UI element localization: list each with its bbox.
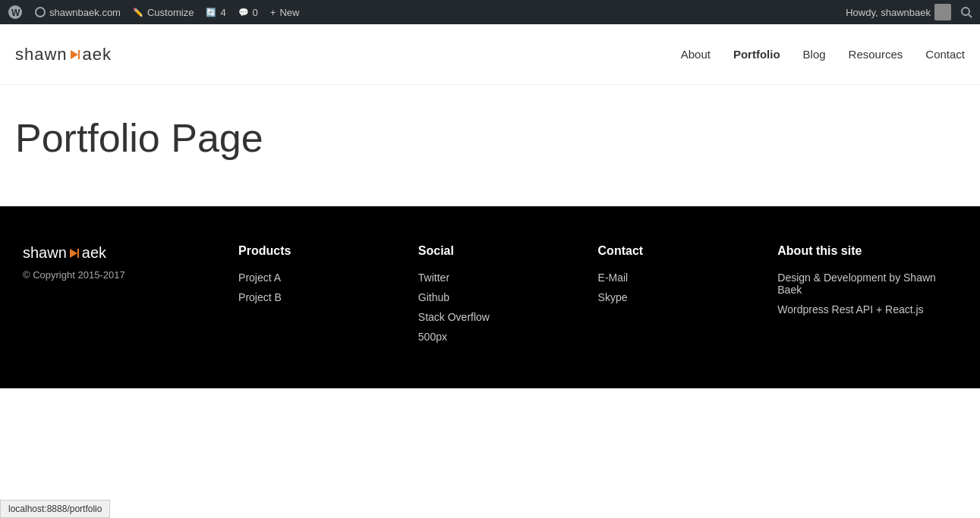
site-name[interactable]: shawnbaek.com bbox=[35, 7, 121, 18]
footer-social-title: Social bbox=[418, 244, 598, 258]
footer-social-github[interactable]: Github bbox=[418, 291, 598, 303]
svg-text:W: W bbox=[11, 8, 20, 18]
status-url: localhost:8888/portfolio bbox=[8, 504, 102, 514]
nav-portfolio[interactable]: Portfolio bbox=[733, 48, 780, 61]
footer-contact-col: Contact E-Mail Skype bbox=[598, 244, 778, 350]
footer-social-twitter[interactable]: Twitter bbox=[418, 272, 598, 284]
admin-bar-right: Howdy, shawnbaek bbox=[846, 4, 972, 20]
search-button[interactable] bbox=[960, 6, 972, 18]
footer-product-b[interactable]: Project B bbox=[238, 291, 418, 303]
page-content: Portfolio Page bbox=[0, 85, 980, 206]
svg-point-2 bbox=[962, 8, 969, 15]
footer-products-col: Products Project A Project B bbox=[238, 244, 418, 350]
nav-resources[interactable]: Resources bbox=[849, 48, 903, 61]
footer-about-title: About this site bbox=[777, 244, 957, 258]
footer-social-stackoverflow[interactable]: Stack Overflow bbox=[418, 311, 598, 323]
footer-contact-title: Contact bbox=[598, 244, 778, 258]
site-footer: shawn aek © Copyright 2015-2017 Products… bbox=[0, 206, 980, 388]
svg-rect-7 bbox=[77, 249, 79, 258]
customize-link[interactable]: ✏️ Customize bbox=[133, 7, 194, 18]
site-header: shawn aek About Portfolio Blog Resources… bbox=[0, 24, 980, 85]
footer-about-col: About this site Design & Development by … bbox=[777, 244, 957, 350]
logo-arrow-icon bbox=[68, 47, 83, 62]
nav-blog[interactable]: Blog bbox=[803, 48, 826, 61]
nav-contact[interactable]: Contact bbox=[925, 48, 965, 61]
revisions-link[interactable]: 🔄 4 bbox=[206, 7, 225, 18]
admin-bar: W shawnbaek.com ✏️ Customize 🔄 4 💬 0 + N… bbox=[0, 0, 980, 24]
howdy-label[interactable]: Howdy, shawnbaek bbox=[846, 4, 951, 20]
footer-contact-email[interactable]: E-Mail bbox=[598, 272, 778, 284]
svg-rect-5 bbox=[78, 50, 80, 59]
new-link[interactable]: + New bbox=[270, 7, 300, 18]
footer-logo-text-right: aek bbox=[82, 244, 106, 262]
footer-social-500px[interactable]: 500px bbox=[418, 331, 598, 343]
wp-logo[interactable]: W bbox=[8, 5, 23, 20]
footer-social-col: Social Twitter Github Stack Overflow 500… bbox=[418, 244, 598, 350]
footer-copyright: © Copyright 2015-2017 bbox=[23, 269, 238, 281]
svg-line-3 bbox=[969, 14, 972, 17]
svg-marker-6 bbox=[70, 249, 77, 258]
logo-text-right: aek bbox=[83, 45, 112, 64]
svg-marker-4 bbox=[71, 50, 78, 59]
footer-logo-text-left: shawn bbox=[23, 244, 67, 262]
status-bar: localhost:8888/portfolio bbox=[0, 500, 110, 518]
footer-about-wp[interactable]: Wordpress Rest API + React.js bbox=[777, 303, 957, 316]
footer-logo-col: shawn aek © Copyright 2015-2017 bbox=[23, 244, 238, 350]
footer-products-title: Products bbox=[238, 244, 418, 258]
page-title: Portfolio Page bbox=[15, 115, 965, 161]
footer-logo: shawn aek bbox=[23, 244, 238, 262]
site-logo[interactable]: shawn aek bbox=[15, 45, 112, 64]
footer-about-design[interactable]: Design & Development by Shawn Baek bbox=[777, 272, 957, 296]
site-nav: About Portfolio Blog Resources Contact bbox=[681, 48, 965, 61]
comments-link[interactable]: 💬 0 bbox=[238, 7, 258, 18]
logo-text-left: shawn bbox=[15, 45, 68, 64]
footer-product-a[interactable]: Project A bbox=[238, 272, 418, 284]
footer-contact-skype[interactable]: Skype bbox=[598, 291, 778, 303]
footer-logo-arrow-icon bbox=[67, 246, 82, 261]
footer-inner: shawn aek © Copyright 2015-2017 Products… bbox=[23, 244, 957, 350]
nav-about[interactable]: About bbox=[681, 48, 711, 61]
